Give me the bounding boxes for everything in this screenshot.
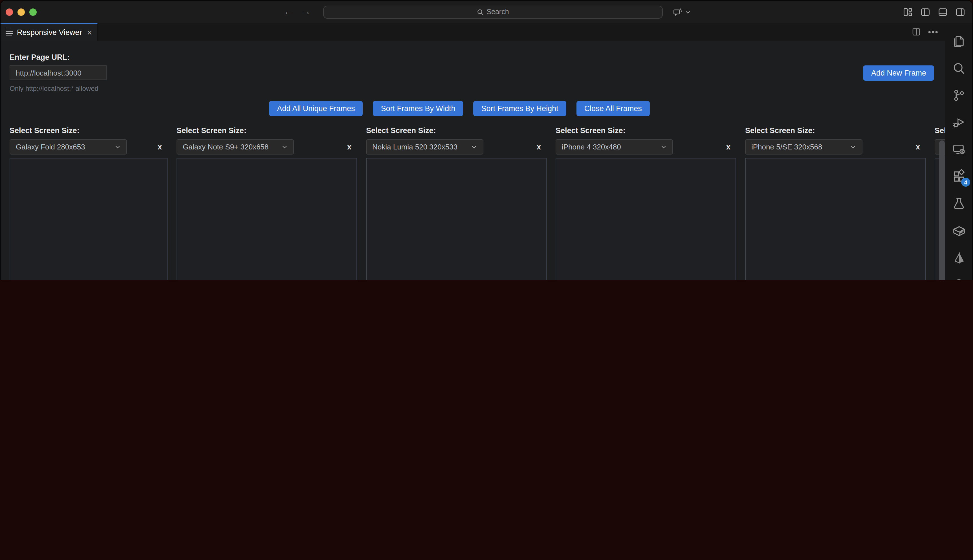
zoom-window-button[interactable] — [29, 8, 37, 15]
frames-row: Select Screen Size: Galaxy Fold 280x653 … — [10, 126, 945, 280]
minimize-window-button[interactable] — [17, 8, 25, 15]
screen-size-select[interactable]: Galaxy Fold 280x653 — [10, 139, 127, 155]
more-actions-icon[interactable]: ••• — [928, 27, 939, 37]
remote-explorer-icon[interactable] — [945, 136, 973, 163]
device-frame — [556, 158, 736, 280]
responsive-viewer-webview: Enter Page URL: http://localhost:3000 On… — [0, 41, 945, 280]
search-sidebar-icon[interactable] — [945, 55, 973, 82]
select-screen-size-label: Select Screen Size: — [366, 126, 546, 135]
explorer-files-icon[interactable] — [945, 28, 973, 55]
sort-frames-by-height-button[interactable]: Sort Frames By Height — [473, 101, 566, 116]
frame-column: Select Screen Size: Galaxy Fold 280x653 … — [10, 126, 168, 280]
tab-label: Responsive Viewer — [17, 28, 82, 37]
search-label: Search — [486, 8, 509, 16]
screen-size-select[interactable]: iPhone 4 320x480 — [556, 139, 673, 155]
url-label: Enter Page URL: — [10, 53, 107, 62]
device-frame — [366, 158, 546, 280]
select-screen-size-label: Select Screen Size: — [177, 126, 357, 135]
page-url-input[interactable]: http://localhost:3000 — [10, 65, 107, 80]
prisma-pyramid-icon[interactable] — [945, 244, 973, 271]
select-screen-size-label: Select Screen Size: — [745, 126, 926, 135]
toggle-secondary-sidebar-icon[interactable] — [955, 7, 966, 17]
run-debug-icon[interactable] — [945, 109, 973, 136]
close-frame-button[interactable]: x — [158, 143, 162, 151]
docker-icon[interactable] — [945, 217, 973, 244]
titlebar: ← → Search — [0, 0, 973, 23]
close-frame-button[interactable]: x — [537, 143, 541, 151]
chevron-down-icon — [685, 9, 691, 15]
url-hint: Only http://localhost:* allowed — [10, 85, 107, 92]
toggle-panel-icon[interactable] — [938, 7, 948, 17]
testing-beaker-icon[interactable] — [945, 190, 973, 217]
extensions-badge: 4 — [961, 178, 970, 187]
traffic-lights — [6, 0, 37, 23]
close-all-frames-button[interactable]: Close All Frames — [576, 101, 650, 116]
select-screen-size-label: Select Screen Size: — [10, 126, 168, 135]
back-arrow[interactable]: ← — [282, 6, 295, 17]
split-editor-icon[interactable] — [911, 27, 921, 37]
close-frame-button[interactable]: x — [916, 143, 920, 151]
screen-size-select[interactable]: Nokia Lumia 520 320x533 — [366, 139, 483, 155]
search-icon — [477, 8, 484, 15]
screen-size-select[interactable]: iPhone 5/SE 320x568 — [745, 139, 863, 155]
copilot-menu[interactable] — [672, 7, 691, 17]
python-icon[interactable] — [945, 271, 973, 280]
activity-bar: 4 — [945, 23, 973, 280]
chevron-down-icon — [471, 144, 477, 150]
screen-size-select-value: Galaxy Fold 280x653 — [16, 143, 85, 151]
close-frame-button[interactable]: x — [726, 143, 730, 151]
vertical-scrollbar[interactable] — [939, 140, 945, 280]
close-window-button[interactable] — [6, 8, 13, 15]
frame-column: Select Screen Size: Nokia Lumia 520 320x… — [366, 126, 546, 280]
screen-size-select[interactable]: Galaxy Note S9+ 320x658 — [177, 139, 294, 155]
device-frame — [10, 158, 168, 280]
webview-list-icon — [6, 28, 13, 37]
source-control-icon[interactable] — [945, 82, 973, 109]
frame-column: Select Screen Size: Galaxy Note S9+ 320x… — [177, 126, 357, 280]
tab-bar: Responsive Viewer × ••• — [0, 23, 945, 41]
screen-size-select-value: iPhone 4 320x480 — [562, 143, 621, 151]
close-frame-button[interactable]: x — [347, 143, 352, 151]
chevron-down-icon — [660, 144, 667, 150]
copilot-chat-icon — [672, 7, 683, 17]
tab-close-icon[interactable]: × — [87, 28, 92, 37]
frame-column: Select Screen Size: iPhone 5/SE 320x568 … — [745, 126, 926, 280]
customize-layout-icon[interactable] — [903, 7, 913, 17]
chevron-down-icon — [282, 144, 288, 150]
select-screen-size-label: Select Screen Size: — [556, 126, 736, 135]
vscode-window: ← → Search — [0, 0, 973, 280]
screen-size-select-value: iPhone 5/SE 320x568 — [751, 143, 822, 151]
device-frame — [745, 158, 926, 280]
add-all-unique-frames-button[interactable]: Add All Unique Frames — [269, 101, 363, 116]
frame-column: Select Screen Size: iPhone 4 320x480 x — [556, 126, 736, 280]
screen-size-select-value: Nokia Lumia 520 320x533 — [372, 143, 457, 151]
command-center-search[interactable]: Search — [323, 5, 663, 18]
chevron-down-icon — [850, 144, 856, 150]
extensions-icon[interactable]: 4 — [945, 163, 973, 190]
device-frame — [177, 158, 357, 280]
chevron-down-icon — [115, 144, 121, 150]
toggle-primary-sidebar-icon[interactable] — [920, 7, 931, 17]
forward-arrow[interactable]: → — [300, 6, 312, 17]
frame-toolbar: Add All Unique Frames Sort Frames By Wid… — [0, 101, 918, 116]
select-screen-size-label: Select Screen Size: — [935, 126, 945, 135]
sort-frames-by-width-button[interactable]: Sort Frames By Width — [373, 101, 463, 116]
add-new-frame-button[interactable]: Add New Frame — [863, 65, 934, 81]
tab-responsive-viewer[interactable]: Responsive Viewer × — [0, 23, 98, 41]
screen-size-select-value: Galaxy Note S9+ 320x658 — [183, 143, 268, 151]
